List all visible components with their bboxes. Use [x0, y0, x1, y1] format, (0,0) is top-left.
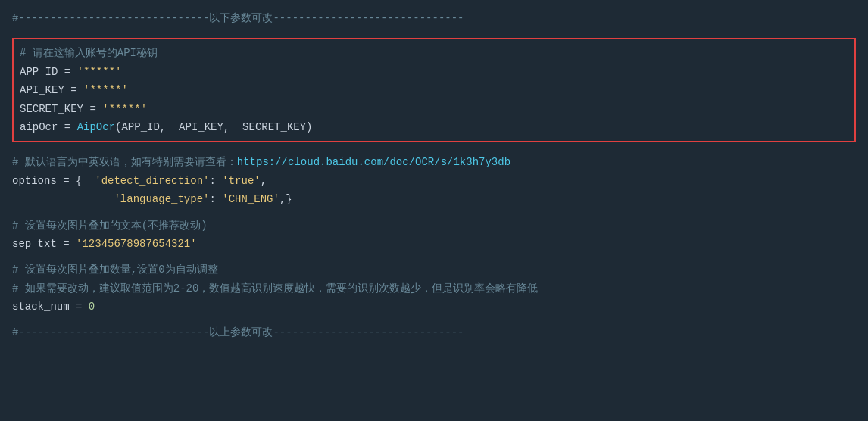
app-id-op: = [58, 64, 76, 80]
app-id-var: APP_ID [20, 64, 58, 80]
sep-txt-val: '12345678987654321' [76, 235, 197, 252]
api-comment: # 请在这输入账号的API秘钥 [20, 45, 158, 61]
options-key1: 'detect_direction' [95, 173, 209, 189]
divider-top: #------------------------------以下参数可改---… [12, 9, 856, 27]
secret-key-line: SECRET_KEY = '*****' [20, 100, 848, 118]
aipocr-line: aipOcr = AipOcr (APP_ID, API_KEY, SECRET… [20, 118, 848, 136]
options-val2: 'CHN_ENG' [222, 191, 279, 207]
sep-txt-line: sep_txt = '12345678987654321' [12, 235, 856, 253]
app-id-val: '*****' [77, 64, 122, 80]
options-colon1: : [209, 173, 222, 189]
api-comment-line: # 请在这输入账号的API秘钥 [20, 44, 848, 62]
options-line1: options = { 'detect_direction' : 'true' … [12, 172, 856, 190]
stack-num-op: = [70, 298, 89, 315]
options-var: options [12, 173, 57, 189]
options-colon2: : [209, 191, 222, 207]
options-line2: 'language_type' : 'CHN_ENG' ,} [12, 190, 856, 208]
stack-comment2: # 如果需要改动，建议取值范围为2-20，数值越高识别速度越快，需要的识别次数越… [12, 280, 538, 297]
aipocr-func: AipOcr [77, 119, 115, 136]
api-key-op: = [64, 82, 83, 98]
options-comma1: , [261, 173, 267, 189]
aipocr-op: = [58, 119, 76, 136]
sep-txt-var: sep_txt [12, 235, 57, 252]
api-key-val: '*****' [83, 82, 128, 98]
sep-comment-line: # 设置每次图片叠加的文本(不推荐改动) [12, 217, 856, 235]
options-key2: 'language_type' [114, 191, 209, 207]
lang-comment-line: # 默认语言为中英双语，如有特别需要请查看： https://cloud.bai… [12, 153, 856, 171]
api-key-line: API_KEY = '*****' [20, 81, 848, 99]
secret-key-op: = [83, 101, 102, 117]
api-key-var: API_KEY [20, 82, 64, 98]
options-indent [12, 191, 114, 207]
options-val1: 'true' [222, 173, 260, 189]
stack-comment1-line: # 设置每次图片叠加数量,设置0为自动调整 [12, 260, 856, 279]
options-op: = { [57, 173, 95, 189]
stack-comment1: # 设置每次图片叠加数量,设置0为自动调整 [12, 261, 218, 278]
options-end: ,} [279, 191, 292, 207]
secret-key-val: '*****' [102, 101, 147, 117]
secret-key-var: SECRET_KEY [20, 101, 83, 117]
lang-comment: # 默认语言为中英双语，如有特别需要请查看： [12, 154, 237, 170]
stack-num-line: stack_num = 0 [12, 298, 856, 316]
stack-comment2-line: # 如果需要改动，建议取值范围为2-20，数值越高识别速度越快，需要的识别次数越… [12, 279, 856, 298]
stack-num-var: stack_num [12, 298, 70, 315]
stack-num-val: 0 [89, 298, 95, 315]
aipocr-params: (APP_ID, API_KEY, SECRET_KEY) [115, 119, 312, 136]
sep-comment: # 设置每次图片叠加的文本(不推荐改动) [12, 217, 208, 234]
code-editor: #------------------------------以下参数可改---… [12, 9, 856, 342]
lang-url: https://cloud.baidu.com/doc/OCR/s/1k3h7y… [237, 154, 510, 170]
aipocr-var: aipOcr [20, 119, 58, 136]
api-key-section: # 请在这输入账号的API秘钥 APP_ID = '*****' API_KEY… [12, 38, 856, 142]
sep-txt-op: = [57, 235, 76, 252]
app-id-line: APP_ID = '*****' [20, 63, 848, 81]
divider-bottom: #------------------------------以上参数可改---… [12, 323, 856, 341]
